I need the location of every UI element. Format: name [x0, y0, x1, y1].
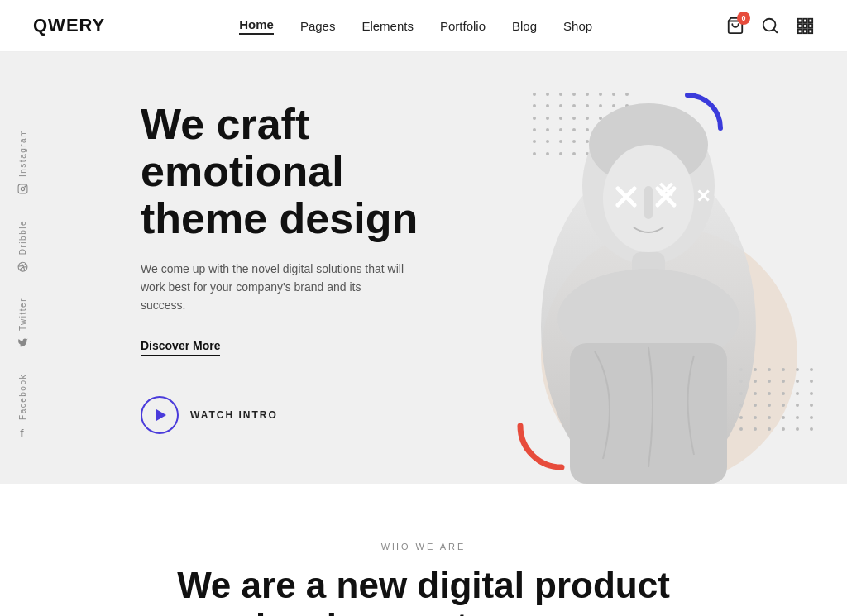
logo[interactable]: QWERY [33, 15, 105, 36]
nav-portfolio[interactable]: Portfolio [440, 19, 486, 33]
nav-home[interactable]: Home [239, 17, 274, 35]
red-arc-deco [516, 380, 607, 471]
social-twitter[interactable]: Twitter [12, 286, 33, 362]
who-title: We are a new digital product development… [175, 565, 672, 616]
svg-rect-8 [809, 24, 813, 28]
dot [810, 380, 813, 383]
hero-description: We come up with the novel digital soluti… [141, 260, 405, 315]
dot [810, 404, 813, 407]
svg-rect-10 [803, 30, 807, 34]
nav-pages[interactable]: Pages [300, 19, 336, 33]
social-dribble[interactable]: Dribble [12, 208, 33, 286]
who-label: WHO WE ARE [33, 542, 814, 552]
nav-blog[interactable]: Blog [512, 19, 537, 33]
svg-rect-3 [798, 19, 802, 23]
grid-icon [796, 17, 814, 35]
main-nav: Home Pages Elements Portfolio Blog Shop [239, 17, 592, 35]
svg-rect-21 [644, 186, 653, 219]
dot [810, 368, 813, 371]
svg-rect-7 [803, 24, 807, 28]
svg-point-13 [21, 187, 24, 190]
svg-rect-5 [809, 19, 813, 23]
facebook-icon: f [21, 427, 26, 439]
svg-point-14 [25, 186, 26, 187]
svg-line-2 [773, 29, 777, 32]
svg-rect-11 [809, 30, 813, 34]
svg-rect-4 [803, 19, 807, 23]
hero-section: Instagram Dribble Twitter f Facebook We [0, 51, 847, 484]
twitter-label: Twitter [18, 298, 27, 331]
play-circle [141, 396, 179, 434]
hero-content: We craft emotional theme design We come … [0, 51, 463, 484]
dot [810, 427, 813, 431]
dot [810, 392, 813, 395]
who-section: WHO WE ARE We are a new digital product … [0, 484, 847, 616]
svg-rect-12 [18, 184, 27, 193]
svg-rect-9 [798, 30, 802, 34]
facebook-label: Facebook [18, 374, 27, 420]
hero-title: We craft emotional theme design [141, 101, 430, 243]
svg-rect-6 [798, 24, 802, 28]
instagram-icon [17, 184, 28, 197]
twitter-icon [17, 337, 28, 351]
play-triangle-icon [156, 409, 166, 421]
social-facebook[interactable]: f Facebook [12, 362, 33, 451]
cross-mark-1: ✕ [657, 179, 675, 201]
dribble-label: Dribble [18, 220, 27, 255]
cart-button[interactable]: 0 [726, 17, 744, 35]
cart-badge: 0 [737, 12, 750, 25]
social-instagram[interactable]: Instagram [12, 117, 33, 208]
nav-elements[interactable]: Elements [361, 19, 414, 33]
cross-mark-2: ✕ [696, 188, 711, 206]
nav-shop[interactable]: Shop [563, 19, 592, 33]
instagram-label: Instagram [18, 129, 27, 177]
search-icon [761, 17, 779, 35]
header-icons: 0 [726, 17, 814, 35]
header: QWERY Home Pages Elements Portfolio Blog… [0, 0, 847, 51]
dot [810, 416, 813, 419]
watch-intro-label: WATCH INTRO [190, 409, 278, 421]
grid-menu-button[interactable] [796, 17, 814, 35]
watch-intro-button[interactable]: WATCH INTRO [141, 396, 278, 434]
discover-more-link[interactable]: Discover More [141, 339, 220, 356]
blue-arc-deco [650, 91, 725, 165]
sidebar-social: Instagram Dribble Twitter f Facebook [12, 117, 33, 451]
dribble-icon [17, 261, 28, 275]
search-button[interactable] [761, 17, 779, 35]
